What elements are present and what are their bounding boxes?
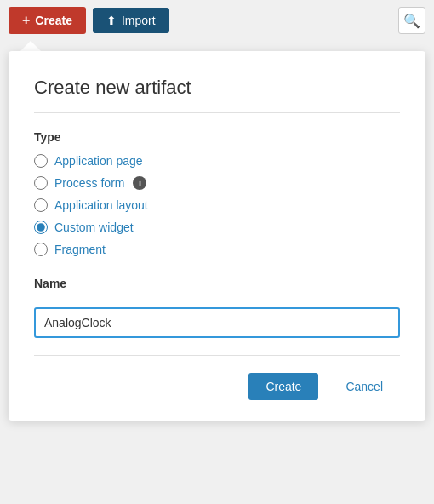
create-button[interactable]: + Create (9, 7, 86, 34)
search-button[interactable]: 🔍 (398, 7, 425, 34)
radio-app-page-label[interactable]: Application page (54, 154, 143, 168)
footer-divider (34, 355, 400, 356)
radio-item-process-form[interactable]: Process form i (34, 176, 400, 190)
plus-icon: + (22, 13, 30, 28)
dialog-pointer (20, 41, 41, 51)
radio-fragment[interactable] (34, 243, 48, 256)
info-icon[interactable]: i (133, 176, 146, 190)
type-label: Type (34, 130, 400, 144)
radio-custom-widget[interactable] (34, 220, 48, 234)
type-radio-group: Application page Process form i Applicat… (34, 154, 400, 256)
radio-process-form-label[interactable]: Process form (54, 176, 124, 190)
radio-custom-widget-label[interactable]: Custom widget (54, 220, 134, 234)
radio-item-app-page[interactable]: Application page (34, 154, 400, 168)
radio-item-custom-widget[interactable]: Custom widget (34, 220, 400, 234)
radio-app-layout[interactable] (34, 198, 48, 212)
create-artifact-dialog: Create new artifact Type Application pag… (9, 51, 425, 421)
radio-app-page[interactable] (34, 154, 48, 168)
dialog-title: Create new artifact (34, 77, 400, 113)
radio-app-layout-label[interactable]: Application layout (54, 198, 148, 212)
dialog-cancel-button[interactable]: Cancel (328, 373, 400, 400)
radio-process-form[interactable] (34, 176, 48, 190)
radio-fragment-label[interactable]: Fragment (54, 243, 106, 256)
dialog-create-button[interactable]: Create (248, 373, 318, 400)
name-section: Name (34, 277, 400, 338)
search-icon: 🔍 (403, 13, 420, 29)
toolbar: + Create ⬆ Import 🔍 (0, 0, 434, 41)
create-label: Create (35, 14, 72, 27)
import-label: Import (122, 14, 156, 27)
import-icon: ⬆ (106, 14, 117, 27)
radio-item-fragment[interactable]: Fragment (34, 243, 400, 256)
name-input[interactable] (34, 307, 400, 338)
radio-item-app-layout[interactable]: Application layout (34, 198, 400, 212)
dialog-footer: Create Cancel (34, 373, 400, 400)
name-label: Name (34, 277, 400, 290)
import-button[interactable]: ⬆ Import (93, 8, 169, 33)
